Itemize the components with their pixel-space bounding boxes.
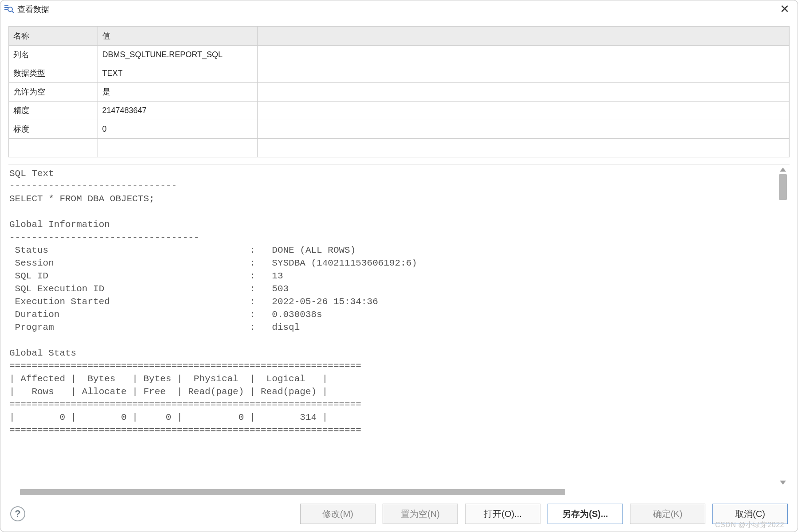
table-row[interactable] bbox=[9, 138, 789, 157]
view-data-dialog: 查看数据 ✕ 名称 值 列名DBMS_SQLTUNE.REPORT_SQL数据类… bbox=[0, 0, 798, 532]
grid-header-blank bbox=[257, 27, 789, 45]
help-icon[interactable]: ? bbox=[10, 506, 25, 521]
table-row[interactable]: 列名DBMS_SQLTUNE.REPORT_SQL bbox=[9, 45, 789, 64]
grid-header-value[interactable]: 值 bbox=[98, 27, 257, 45]
horizontal-scroll-thumb[interactable] bbox=[20, 489, 565, 495]
cancel-button[interactable]: 取消(C) bbox=[712, 504, 788, 524]
grid-header-name[interactable]: 名称 bbox=[9, 27, 98, 45]
cell-name[interactable] bbox=[9, 138, 98, 157]
saveas-button[interactable]: 另存为(S)... bbox=[548, 504, 623, 524]
grid-header-row: 名称 值 bbox=[9, 27, 789, 45]
cell-name[interactable]: 列名 bbox=[9, 45, 98, 64]
report-text[interactable]: SQL Text ------------------------------ … bbox=[8, 165, 775, 442]
setnull-button[interactable]: 置为空(N) bbox=[383, 504, 458, 524]
vertical-scrollbar[interactable] bbox=[778, 168, 788, 485]
table-row[interactable]: 数据类型TEXT bbox=[9, 64, 789, 82]
title-bar: 查看数据 ✕ bbox=[0, 0, 798, 18]
cell-name[interactable]: 允许为空 bbox=[9, 82, 98, 101]
cell-name[interactable]: 数据类型 bbox=[9, 64, 98, 82]
report-area: SQL Text ------------------------------ … bbox=[8, 164, 790, 497]
vertical-scroll-thumb[interactable] bbox=[779, 174, 787, 200]
horizontal-scrollbar[interactable] bbox=[8, 487, 775, 496]
cell-value[interactable]: TEXT bbox=[98, 64, 257, 82]
svg-line-4 bbox=[12, 11, 14, 13]
cell-value[interactable]: 2147483647 bbox=[98, 101, 257, 120]
cell-value[interactable]: 是 bbox=[98, 82, 257, 101]
cell-blank bbox=[257, 45, 789, 64]
svg-point-3 bbox=[8, 7, 12, 12]
cell-value[interactable] bbox=[98, 138, 257, 157]
table-row[interactable]: 允许为空是 bbox=[9, 82, 789, 101]
button-bar: ? 修改(M) 置为空(N) 打开(O)... 另存为(S)... 确定(K) … bbox=[0, 496, 798, 532]
table-row[interactable]: 精度2147483647 bbox=[9, 101, 789, 120]
magnifier-list-icon bbox=[3, 4, 15, 15]
modify-button[interactable]: 修改(M) bbox=[300, 504, 376, 524]
cell-name[interactable]: 精度 bbox=[9, 101, 98, 120]
dialog-title: 查看数据 bbox=[17, 4, 49, 15]
cell-value[interactable]: 0 bbox=[98, 120, 257, 138]
property-grid: 名称 值 列名DBMS_SQLTUNE.REPORT_SQL数据类型TEXT允许… bbox=[8, 26, 790, 157]
dialog-body: 名称 值 列名DBMS_SQLTUNE.REPORT_SQL数据类型TEXT允许… bbox=[0, 18, 798, 496]
cell-blank bbox=[257, 138, 789, 157]
table-row[interactable]: 标度0 bbox=[9, 120, 789, 138]
cell-blank bbox=[257, 101, 789, 120]
scroll-down-icon[interactable] bbox=[780, 481, 786, 485]
cell-blank bbox=[257, 64, 789, 82]
ok-button[interactable]: 确定(K) bbox=[630, 504, 705, 524]
cell-blank bbox=[257, 120, 789, 138]
cell-value[interactable]: DBMS_SQLTUNE.REPORT_SQL bbox=[98, 45, 257, 64]
cell-name[interactable]: 标度 bbox=[9, 120, 98, 138]
cell-blank bbox=[257, 82, 789, 101]
open-button[interactable]: 打开(O)... bbox=[465, 504, 540, 524]
scroll-up-icon[interactable] bbox=[780, 168, 786, 172]
close-icon[interactable]: ✕ bbox=[777, 1, 792, 17]
